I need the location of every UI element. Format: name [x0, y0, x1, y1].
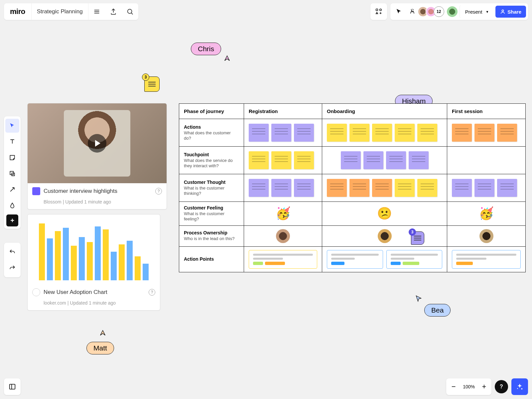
svg-point-7: [502, 10, 504, 12]
text-tool[interactable]: [5, 135, 19, 149]
apps-button[interactable]: [370, 3, 387, 20]
add-tool[interactable]: +: [6, 214, 18, 226]
emoji-feeling[interactable]: 🥳: [249, 206, 317, 220]
owner-avatar[interactable]: [276, 229, 290, 243]
sticky-note[interactable]: [271, 179, 291, 197]
action-card[interactable]: [386, 250, 443, 269]
sticky-note[interactable]: [372, 124, 392, 142]
sticky-note[interactable]: [395, 124, 415, 142]
help-button[interactable]: ?: [495, 380, 508, 393]
zoom-out-button[interactable]: −: [446, 378, 461, 395]
chart-bar: [127, 241, 133, 280]
embed-chart-card[interactable]: New User Adoption Chart ? looker.com|Upd…: [27, 214, 160, 311]
sticky-note[interactable]: [349, 179, 369, 197]
board-title[interactable]: Strategic Planning: [31, 3, 88, 20]
zoom-level[interactable]: 100%: [461, 384, 477, 389]
avatar-overflow-count[interactable]: 12: [434, 6, 444, 17]
cursor-label-bea: Bea: [424, 304, 451, 317]
sticky-tool[interactable]: [5, 151, 19, 165]
sticky-note[interactable]: [417, 179, 437, 197]
svg-point-12: [521, 388, 523, 390]
comment-pin[interactable]: 3: [411, 231, 424, 245]
help-icon[interactable]: ?: [149, 289, 155, 296]
embed-source: looker.com: [44, 300, 66, 306]
search-icon[interactable]: [122, 3, 138, 20]
sticky-note[interactable]: [474, 124, 494, 142]
help-icon[interactable]: ?: [155, 188, 162, 195]
select-tool[interactable]: [5, 119, 19, 133]
chart-bar: [95, 226, 101, 280]
ai-assist-button[interactable]: [511, 378, 528, 395]
sticky-note[interactable]: [271, 124, 291, 142]
sticky-note[interactable]: [452, 124, 472, 142]
chevron-down-icon: ▼: [485, 10, 489, 14]
action-card[interactable]: [327, 250, 383, 269]
chart-bar: [71, 246, 77, 280]
sticky-note[interactable]: [372, 179, 392, 197]
chart-bar: [47, 238, 53, 280]
chart-bar: [103, 229, 109, 280]
sticky-note[interactable]: [395, 179, 415, 197]
miro-logo[interactable]: miro: [4, 7, 31, 16]
embed-updated: Updated 1 minute ago: [70, 300, 116, 306]
sticky-note[interactable]: [386, 151, 406, 169]
action-card[interactable]: [249, 250, 317, 269]
hamburger-icon[interactable]: [88, 3, 105, 20]
current-user-avatar[interactable]: [447, 6, 458, 17]
present-button[interactable]: Present ▼: [460, 5, 494, 18]
sticky-note[interactable]: [497, 124, 517, 142]
row-label-touchpoint: Touchpoint What does the service do they…: [179, 147, 244, 174]
sticky-note[interactable]: [327, 179, 347, 197]
export-icon[interactable]: [105, 3, 122, 20]
sticky-note[interactable]: [497, 179, 517, 197]
sticky-note[interactable]: [294, 151, 314, 169]
comment-pin[interactable]: 3: [144, 76, 160, 92]
frames-panel-button[interactable]: [4, 378, 21, 395]
collaborator-avatars[interactable]: 12: [420, 6, 444, 17]
action-card[interactable]: [452, 250, 521, 269]
owner-avatar[interactable]: [378, 229, 392, 243]
reactions-icon[interactable]: [406, 5, 419, 18]
sticky-note[interactable]: [409, 151, 429, 169]
sticky-note[interactable]: [474, 179, 494, 197]
svg-rect-10: [10, 384, 15, 389]
zoom-in-button[interactable]: +: [477, 378, 491, 395]
sticky-note[interactable]: [294, 124, 314, 142]
sticky-note[interactable]: [249, 179, 269, 197]
journey-map-table[interactable]: Phase of journey Registration Onboarding…: [179, 103, 526, 272]
owner-avatar[interactable]: [479, 229, 493, 243]
sticky-note[interactable]: [452, 179, 472, 197]
cursor-mode-icon[interactable]: [392, 5, 406, 18]
pen-tool[interactable]: [5, 199, 19, 212]
sticky-note[interactable]: [294, 179, 314, 197]
chart-bar: [55, 231, 61, 280]
emoji-feeling[interactable]: 🥳: [452, 206, 521, 220]
embed-video-card[interactable]: Customer interview highlights ? Blossom|…: [27, 103, 167, 209]
redo-button[interactable]: [5, 261, 19, 275]
shape-tool[interactable]: [5, 167, 19, 181]
share-button[interactable]: Share: [495, 6, 526, 18]
share-label: Share: [507, 9, 521, 15]
chart-bar: [119, 244, 125, 280]
sticky-note[interactable]: [249, 124, 269, 142]
sticky-note[interactable]: [327, 124, 347, 142]
sticky-note[interactable]: [363, 151, 383, 169]
sticky-note[interactable]: [349, 124, 369, 142]
row-label-actions: Actions What does the customer do?: [179, 119, 244, 146]
sticky-note[interactable]: [249, 151, 269, 169]
sticky-note[interactable]: [271, 151, 291, 169]
source-icon: [32, 187, 40, 195]
chart-bar: [63, 228, 69, 280]
sticky-note[interactable]: [341, 151, 361, 169]
emoji-feeling[interactable]: 😕: [327, 206, 442, 220]
play-icon[interactable]: [88, 134, 106, 153]
row-label-thought: Customer Thought What is the customer th…: [179, 174, 244, 201]
row-label-action-points: Action Points: [179, 247, 244, 272]
svg-line-4: [131, 13, 133, 15]
embed-updated: Updated 1 minute ago: [65, 199, 111, 204]
chart-bar: [111, 252, 117, 280]
sticky-note[interactable]: [417, 124, 437, 142]
undo-button[interactable]: [5, 245, 19, 259]
arrow-tool[interactable]: [5, 183, 19, 197]
svg-rect-5: [376, 9, 378, 11]
